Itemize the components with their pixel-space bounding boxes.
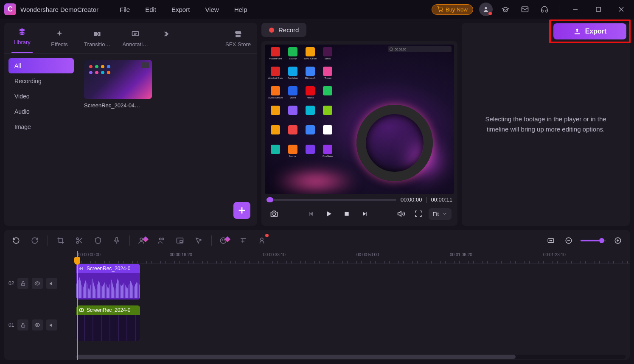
graduation-icon[interactable] xyxy=(499,3,512,16)
play-icon xyxy=(325,210,333,218)
plus-circle-icon xyxy=(614,237,622,244)
zoom-slider[interactable] xyxy=(581,240,606,241)
chevron-right-icon xyxy=(163,29,171,39)
tab-transitions[interactable]: Transitio… xyxy=(84,29,110,52)
headset-icon[interactable] xyxy=(538,3,551,16)
svg-rect-21 xyxy=(180,241,182,243)
svg-point-0 xyxy=(439,11,440,12)
preview-canvas[interactable]: 00:00:00 PowerPoint Spotify WPS Office S… xyxy=(265,45,454,194)
svg-rect-36 xyxy=(80,268,80,269)
app-logo: C xyxy=(4,3,16,15)
tab-annotations[interactable]: Annotati… xyxy=(122,29,148,52)
add-media-button[interactable] xyxy=(233,202,250,219)
annotation-icon xyxy=(131,29,140,39)
close-button[interactable] xyxy=(613,3,630,16)
crop-button[interactable] xyxy=(55,235,67,246)
tab-sfx-store[interactable]: SFX Store xyxy=(225,29,251,52)
menu-file[interactable]: File xyxy=(120,6,130,13)
zoom-slider-thumb[interactable] xyxy=(599,238,604,243)
menu-view[interactable]: View xyxy=(205,6,219,13)
preview-scrubber: 00:00:00 00:00:11 xyxy=(265,194,454,205)
player-controls: Fit xyxy=(265,205,454,222)
chevron-down-icon xyxy=(442,211,447,216)
scrubber-track[interactable] xyxy=(267,199,396,201)
ai-person-button[interactable] xyxy=(137,235,149,246)
volume-button[interactable] xyxy=(395,207,408,221)
category-image[interactable]: Image xyxy=(8,119,74,134)
recording-toolbar-overlay: 00:00:00 xyxy=(388,46,452,52)
store-icon xyxy=(234,29,242,39)
svg-point-19 xyxy=(162,238,164,240)
text-adjust-icon xyxy=(239,237,247,244)
track-mute-button[interactable] xyxy=(46,319,57,330)
menu-help[interactable]: Help xyxy=(234,6,247,13)
pip-button[interactable] xyxy=(174,235,186,246)
media-item[interactable]: ScreenRec_2024-04… xyxy=(84,60,152,109)
redo-button[interactable] xyxy=(29,235,41,246)
volume-icon xyxy=(397,210,406,218)
scrubber-thumb[interactable] xyxy=(267,197,273,202)
menu-edit[interactable]: Edit xyxy=(145,6,156,13)
redo-icon xyxy=(31,237,39,244)
tab-library[interactable]: Library xyxy=(9,27,35,53)
menu-export[interactable]: Export xyxy=(171,6,190,13)
scrollbar-thumb[interactable] xyxy=(76,355,516,359)
prev-frame-button[interactable] xyxy=(304,207,318,221)
fullscreen-button[interactable] xyxy=(412,207,425,221)
timeline-tracks[interactable]: 00:00:00:00 00:00:16:20 00:00:33:10 00:0… xyxy=(76,251,630,360)
buy-now-button[interactable]: Buy Now xyxy=(432,4,473,15)
play-button[interactable] xyxy=(322,207,336,221)
cursor-button[interactable] xyxy=(193,235,205,246)
zoom-in-button[interactable] xyxy=(612,235,624,246)
category-recording[interactable]: Recording xyxy=(8,73,74,89)
track-lock-button[interactable] xyxy=(17,319,28,330)
track-mute-button[interactable] xyxy=(46,278,57,289)
sparkle-icon xyxy=(55,29,64,39)
split-button[interactable] xyxy=(73,235,85,246)
camera-icon xyxy=(270,210,278,218)
export-button[interactable]: Export xyxy=(553,23,626,39)
fit-timeline-button[interactable] xyxy=(545,235,557,246)
track-visibility-button[interactable] xyxy=(32,319,43,330)
stop-button[interactable] xyxy=(340,207,353,221)
snapshot-button[interactable] xyxy=(267,207,281,221)
category-video[interactable]: Video xyxy=(8,89,74,104)
minimize-button[interactable] xyxy=(567,3,584,16)
text-tool-button[interactable] xyxy=(237,235,249,246)
undo-button[interactable] xyxy=(10,235,22,246)
zoom-fit-select[interactable]: Fit xyxy=(429,208,452,220)
track-headers: 02 01 xyxy=(4,251,76,360)
tab-effects[interactable]: Effects xyxy=(47,29,72,52)
properties-hint: Selecting the footage in the player or i… xyxy=(474,114,617,134)
timeline-scrollbar[interactable] xyxy=(76,355,626,359)
record-button[interactable]: Record xyxy=(261,23,306,37)
undo-icon xyxy=(12,237,20,244)
fit-width-icon xyxy=(547,237,555,244)
category-all[interactable]: All xyxy=(8,58,74,73)
next-frame-button[interactable] xyxy=(358,207,371,221)
voiceover-button[interactable] xyxy=(111,235,123,246)
ai-circle-button[interactable] xyxy=(219,235,230,246)
playhead[interactable] xyxy=(77,251,78,360)
video-clip[interactable]: ScreenRec_2024-0 xyxy=(76,305,140,341)
timeline-ruler[interactable]: 00:00:00:00 00:00:16:20 00:00:33:10 00:0… xyxy=(76,251,630,264)
tab-more[interactable] xyxy=(154,29,180,52)
svg-point-14 xyxy=(76,238,79,240)
marker-button[interactable] xyxy=(92,235,104,246)
track-visibility-button[interactable] xyxy=(32,278,43,289)
track-header-2: 02 xyxy=(4,266,76,301)
zoom-out-button[interactable] xyxy=(563,235,575,246)
mail-icon[interactable] xyxy=(518,3,532,16)
ai-avatar-button[interactable] xyxy=(256,235,268,246)
track-1[interactable]: ScreenRec_2024-0 xyxy=(76,305,630,341)
track-2[interactable]: ScreenRec_2024-0 xyxy=(76,264,630,300)
maximize-button[interactable] xyxy=(590,3,607,16)
upload-icon xyxy=(573,28,581,35)
group-button[interactable] xyxy=(155,235,167,246)
people-icon xyxy=(157,237,165,244)
user-account-icon[interactable] xyxy=(479,3,493,16)
track-lock-button[interactable] xyxy=(17,278,28,289)
time-current: 00:00:00 xyxy=(401,196,422,203)
audio-clip[interactable]: ScreenRec_2024-0 xyxy=(76,264,140,300)
category-audio[interactable]: Audio xyxy=(8,104,74,119)
